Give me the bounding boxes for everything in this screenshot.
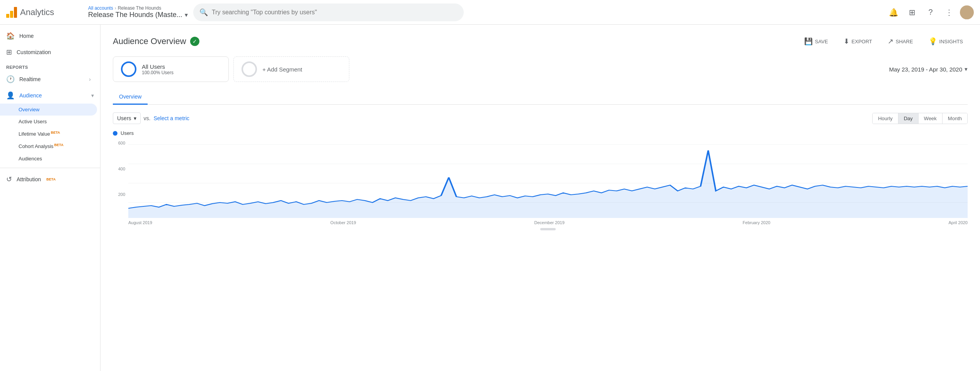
lifetime-value-beta-badge: BETA — [51, 131, 60, 134]
scroll-indicator[interactable] — [128, 228, 968, 230]
breadcrumb-child: Release The Hounds — [118, 5, 162, 11]
main-layout: 🏠 Home ⊞ Customization Reports 🕐 Realtim… — [0, 25, 980, 371]
sidebar-item-customization[interactable]: ⊞ Customization — [0, 44, 97, 60]
share-icon: ↗ — [888, 37, 893, 46]
segment-card-all-users[interactable]: All Users 100.00% Users — [113, 56, 229, 82]
account-name: Release The Hounds (Maste... — [88, 11, 182, 19]
breadcrumb-separator: › — [115, 5, 116, 11]
select-metric-link[interactable]: Select a metric — [153, 115, 189, 121]
add-segment-circle — [242, 61, 257, 77]
legend-label-users: Users — [121, 130, 134, 136]
breadcrumb-parent[interactable]: All accounts — [88, 5, 113, 11]
logo-icon — [6, 7, 17, 18]
insights-button[interactable]: 💡 INSIGHTS — [924, 34, 968, 49]
sidebar-item-lifetime-value[interactable]: Lifetime ValueBETA — [0, 128, 97, 140]
sidebar-item-attribution[interactable]: ↺ Attribution BETA — [0, 171, 97, 187]
period-day-button[interactable]: Day — [898, 113, 919, 124]
segments-left: All Users 100.00% Users + Add Segment — [113, 56, 349, 82]
add-segment-card[interactable]: + Add Segment — [233, 56, 349, 82]
apps-button[interactable]: ⊞ — [904, 5, 920, 20]
insights-label: INSIGHTS — [939, 39, 963, 44]
metric-dropdown[interactable]: Users ▾ — [113, 112, 141, 124]
tab-overview-label: Overview — [119, 94, 141, 100]
breadcrumb-area: All accounts › Release The Hounds Releas… — [88, 5, 189, 19]
sidebar-item-realtime[interactable]: 🕐 Realtime › — [0, 71, 97, 87]
metric-selector: Users ▾ vs. Select a metric — [113, 112, 189, 124]
customization-label: Customization — [17, 49, 51, 55]
period-hourly-button[interactable]: Hourly — [873, 113, 898, 124]
account-dropdown-icon: ▾ — [185, 11, 188, 19]
top-header: Analytics All accounts › Release The Hou… — [0, 0, 980, 25]
search-input[interactable] — [212, 9, 458, 16]
sidebar-item-audience[interactable]: 👤 Audience ▾ — [0, 87, 100, 104]
audience-collapse-icon: ▾ — [91, 92, 94, 99]
customization-icon: ⊞ — [6, 48, 12, 56]
realtime-label: Realtime — [19, 76, 41, 82]
chart-svg — [128, 141, 968, 218]
chart-wrapper: 600 400 200 — [113, 141, 968, 230]
attribution-label: Attribution — [17, 176, 41, 182]
chart-legend: Users — [113, 130, 968, 136]
sidebar-item-home[interactable]: 🏠 Home — [0, 28, 97, 44]
date-range-selector[interactable]: May 23, 2019 - Apr 30, 2020 ▾ — [889, 66, 968, 73]
share-button[interactable]: ↗ SHARE — [883, 34, 918, 49]
segments-row: All Users 100.00% Users + Add Segment Ma… — [113, 56, 968, 82]
cohort-analysis-beta-badge: BETA — [54, 143, 63, 147]
realtime-icon: 🕐 — [6, 75, 15, 83]
account-selector[interactable]: Release The Hounds (Maste... ▾ — [88, 11, 189, 19]
period-week-button[interactable]: Week — [919, 113, 943, 124]
main-content: Audience Overview ✓ 💾 SAVE ⬇ EXPORT ↗ SH… — [100, 25, 980, 371]
export-button[interactable]: ⬇ EXPORT — [839, 34, 877, 49]
audience-icon: 👤 — [6, 91, 15, 100]
segment-circle-all-users — [121, 61, 136, 77]
legend-dot-users — [113, 131, 117, 136]
metric-dropdown-label: Users — [117, 115, 131, 121]
x-axis-apr: April 2020 — [948, 220, 968, 225]
help-button[interactable]: ? — [923, 5, 938, 20]
sidebar-item-audiences[interactable]: Audiences — [0, 153, 97, 165]
header-icons: 🔔 ⊞ ? ⋮ — [886, 5, 974, 20]
more-button[interactable]: ⋮ — [941, 5, 957, 20]
attribution-icon: ↺ — [6, 175, 12, 184]
x-axis-feb: February 2020 — [743, 220, 771, 225]
svg-point-0 — [964, 8, 970, 14]
expand-icon: › — [89, 76, 91, 82]
lifetime-value-label: Lifetime Value — [19, 131, 50, 137]
page-title-area: Audience Overview ✓ — [113, 36, 199, 46]
add-segment-label: + Add Segment — [262, 66, 302, 73]
save-button[interactable]: 💾 SAVE — [800, 34, 833, 49]
reports-section-label: Reports — [0, 60, 100, 71]
home-icon: 🏠 — [6, 32, 15, 40]
notifications-button[interactable]: 🔔 — [886, 5, 901, 20]
home-label: Home — [19, 33, 34, 39]
share-label: SHARE — [896, 39, 913, 44]
overview-label: Overview — [19, 107, 39, 112]
svg-point-1 — [962, 14, 972, 19]
avatar[interactable] — [960, 5, 974, 19]
sidebar-item-active-users[interactable]: Active Users — [0, 116, 97, 128]
segment-name: All Users — [142, 63, 174, 70]
sidebar-item-overview[interactable]: Overview — [0, 104, 97, 116]
metric-dropdown-icon: ▾ — [134, 115, 136, 121]
y-axis: 600 400 200 — [113, 141, 128, 218]
export-label: EXPORT — [852, 39, 872, 44]
sidebar-item-cohort-analysis[interactable]: Cohort AnalysisBETA — [0, 140, 97, 152]
page-header: Audience Overview ✓ 💾 SAVE ⬇ EXPORT ↗ SH… — [113, 34, 968, 49]
search-bar[interactable]: 🔍 — [193, 3, 464, 21]
y-axis-200: 200 — [113, 192, 125, 197]
segment-pct: 100.00% Users — [142, 70, 174, 75]
breadcrumb: All accounts › Release The Hounds — [88, 5, 189, 11]
vs-text: vs. — [144, 115, 151, 121]
save-icon: 💾 — [804, 37, 813, 46]
tab-overview[interactable]: Overview — [113, 90, 148, 105]
chart-area-fill — [128, 150, 968, 218]
cohort-analysis-label: Cohort Analysis — [19, 144, 53, 150]
x-axis-aug: August 2019 — [128, 220, 152, 225]
verified-icon: ✓ — [190, 37, 199, 46]
tabs-row: Overview — [113, 90, 968, 105]
logo-area: Analytics — [6, 7, 83, 18]
x-axis-dec: December 2019 — [534, 220, 565, 225]
x-axis: August 2019 October 2019 December 2019 F… — [128, 218, 968, 225]
period-month-button[interactable]: Month — [943, 113, 967, 124]
period-buttons: Hourly Day Week Month — [872, 113, 968, 124]
